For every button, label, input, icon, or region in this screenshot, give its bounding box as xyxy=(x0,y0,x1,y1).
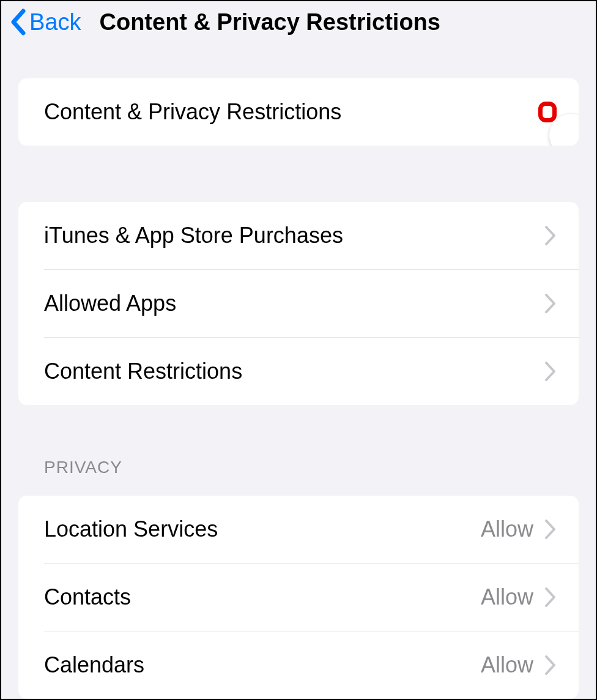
row-label: Allowed Apps xyxy=(44,291,176,316)
row-contacts[interactable]: Contacts Allow xyxy=(18,564,579,631)
toggle-knob xyxy=(549,114,579,146)
row-itunes-app-store[interactable]: iTunes & App Store Purchases xyxy=(18,202,579,269)
nav-header: Back Content & Privacy Restrictions xyxy=(1,1,596,43)
row-content-privacy-restrictions[interactable]: Content & Privacy Restrictions xyxy=(18,78,579,146)
back-label: Back xyxy=(29,9,81,35)
row-calendars[interactable]: Calendars Allow xyxy=(18,631,579,699)
row-label: Content & Privacy Restrictions xyxy=(44,99,341,125)
row-location-services[interactable]: Location Services Allow xyxy=(18,496,579,563)
section-privacy: Location Services Allow Contacts Allow C… xyxy=(18,496,579,699)
page-title: Content & Privacy Restrictions xyxy=(99,9,440,35)
chevron-right-icon xyxy=(544,293,557,314)
row-label: Contacts xyxy=(44,584,131,610)
chevron-left-icon xyxy=(10,9,27,35)
section-restrictions: iTunes & App Store Purchases Allowed App… xyxy=(18,202,579,405)
row-label: Calendars xyxy=(44,652,144,678)
section-master-toggle: Content & Privacy Restrictions xyxy=(18,78,579,146)
chevron-right-icon xyxy=(544,655,557,676)
row-value: Allow xyxy=(481,516,533,542)
chevron-right-icon xyxy=(544,361,557,382)
row-content-restrictions[interactable]: Content Restrictions xyxy=(18,338,579,405)
back-button[interactable]: Back xyxy=(10,9,81,35)
chevron-right-icon xyxy=(544,225,557,246)
row-label: Content Restrictions xyxy=(44,359,242,384)
highlight-box xyxy=(538,102,557,122)
row-allowed-apps[interactable]: Allowed Apps xyxy=(18,270,579,337)
row-label: Location Services xyxy=(44,516,218,542)
chevron-right-icon xyxy=(544,519,557,540)
row-label: iTunes & App Store Purchases xyxy=(44,223,343,248)
section-header-privacy: PRIVACY xyxy=(44,458,596,477)
row-value: Allow xyxy=(481,584,533,610)
chevron-right-icon xyxy=(544,587,557,608)
row-value: Allow xyxy=(481,652,533,678)
